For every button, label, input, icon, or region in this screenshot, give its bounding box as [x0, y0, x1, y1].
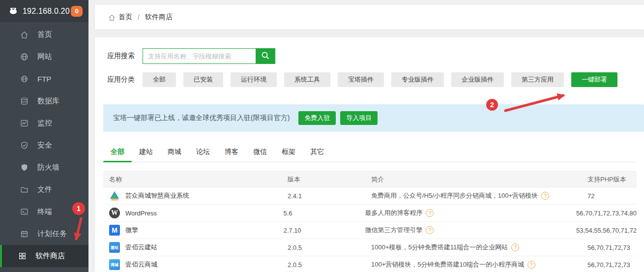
app-name: WordPress: [125, 210, 157, 217]
search-icon: [261, 51, 270, 61]
app-version: 2.4.1: [288, 192, 371, 200]
apps-table: 名称 版本 简介 支持PHP版本 芸众商城智慧商业系统 2.4.1 免费商用，公…: [103, 171, 637, 272]
category-all-button[interactable]: 全部: [143, 72, 176, 87]
table-row[interactable]: W WordPress 5.6 最多人用的博客程序 ? 56,70,71,72,…: [103, 205, 637, 222]
globe-icon: [20, 53, 29, 61]
sidebar-nav: 首页 网站 FTP 数据库 监控 安全 防火墙 文件: [0, 22, 88, 267]
sidebar-item-monitor[interactable]: 监控: [0, 112, 88, 134]
sidebar-item-firewall[interactable]: 防火墙: [0, 156, 88, 179]
sidebar-item-security[interactable]: 安全: [0, 134, 88, 156]
tab-blog[interactable]: 博客: [217, 142, 246, 162]
tab-other[interactable]: 其它: [303, 142, 331, 162]
terminal-icon: [20, 208, 29, 216]
sidebar-item-database[interactable]: 数据库: [0, 90, 88, 112]
notice-text: 宝塔一键部署已上线，诚邀全球优秀项目入驻(限项目官方): [113, 114, 290, 122]
yibaiyun-site-logo-icon: 建站: [109, 242, 120, 253]
app-php-versions: 53,54,55,56,70,71,72: [576, 227, 637, 234]
sidebar-item-ftp[interactable]: FTP: [0, 68, 88, 90]
sidebar-item-website[interactable]: 网站: [0, 46, 88, 68]
search-input[interactable]: [143, 48, 256, 64]
shield-check-icon: [20, 141, 29, 150]
category-thirdparty-button[interactable]: 第三方应用: [511, 72, 564, 87]
tab-all[interactable]: 全部: [103, 142, 132, 162]
sidebar-item-label: 首页: [37, 30, 52, 39]
sidebar-item-label: FTP: [37, 75, 51, 83]
baota-logo-icon: [8, 6, 19, 17]
app-php-versions: 56,70,71,72,73: [587, 261, 637, 269]
calendar-icon: [20, 230, 29, 239]
sidebar-item-cron[interactable]: 计划任务: [0, 223, 88, 245]
tab-framework[interactable]: 框架: [274, 142, 303, 162]
category-installed-button[interactable]: 已安装: [183, 72, 223, 87]
app-php-versions: 56,70,71,72,73: [587, 244, 637, 251]
app-desc: 最多人用的博客程序: [365, 209, 422, 217]
tab-mall[interactable]: 商城: [160, 142, 189, 162]
import-project-button[interactable]: 导入项目: [340, 111, 378, 125]
app-category-row: 应用分类 全部 已安装 运行环境 系统工具 宝塔插件 专业版插件 企业版插件 第…: [95, 72, 644, 87]
sidebar-item-label: 安全: [37, 141, 52, 150]
app-name: 壹佰云商城: [125, 260, 157, 269]
sidebar-item-label: 防火墙: [37, 163, 59, 172]
column-header-name: 名称: [103, 175, 288, 184]
one-click-deploy-button[interactable]: 一键部署: [571, 72, 617, 87]
help-icon[interactable]: ?: [511, 243, 519, 251]
app-desc: 100+营销模块，5分钟免费搭建10端合一的小程序商城: [371, 260, 524, 269]
help-icon[interactable]: ?: [426, 209, 434, 217]
weiqin-logo-icon: M: [109, 225, 120, 236]
breadcrumb-home-link[interactable]: 首页: [118, 13, 132, 22]
sidebar-item-label: 网站: [37, 52, 52, 61]
search-label: 应用搜索: [107, 52, 143, 60]
app-desc: 1000+模板，5分钟免费搭建11端合一的企业网站: [371, 243, 508, 252]
column-header-desc: 简介: [371, 175, 587, 184]
help-icon[interactable]: ?: [426, 226, 434, 234]
panel-header: 192.168.0.20 0: [0, 0, 88, 22]
message-count-badge[interactable]: 0: [71, 6, 83, 17]
category-pro-plugin-button[interactable]: 专业版插件: [391, 72, 444, 87]
app-desc: 免费商用，公众号/H5/小程序同步分销商城，100+营销模块: [371, 191, 538, 200]
category-label: 应用分类: [107, 75, 143, 84]
app-php-versions: 56,70,71,72,73,74,80: [576, 210, 637, 217]
sidebar-item-terminal[interactable]: 终端: [0, 201, 88, 223]
app-name: 芸众商城智慧商业系统: [125, 191, 189, 200]
search-button[interactable]: [256, 48, 275, 64]
deploy-notice-banner: 宝塔一键部署已上线，诚邀全球优秀项目入驻(限项目官方) 免费入驻 导入项目: [103, 104, 644, 132]
yibaiyun-mall-logo-icon: 商城: [109, 259, 120, 270]
help-icon[interactable]: ?: [527, 261, 535, 269]
column-header-version: 版本: [288, 175, 371, 184]
category-ent-plugin-button[interactable]: 企业版插件: [451, 72, 504, 87]
app-version: 5.6: [283, 210, 365, 217]
grid-icon: [18, 252, 27, 261]
table-row[interactable]: 商城 壹佰云商城 2.0.5 100+营销模块，5分钟免费搭建10端合一的小程序…: [103, 256, 637, 272]
monitor-chart-icon: [20, 119, 29, 128]
help-icon[interactable]: ?: [541, 192, 549, 200]
sidebar-item-files[interactable]: 文件: [0, 179, 88, 201]
table-row[interactable]: 芸众商城智慧商业系统 2.4.1 免费商用，公众号/H5/小程序同步分销商城，1…: [103, 187, 637, 205]
sidebar-item-appstore[interactable]: 软件商店: [0, 245, 88, 267]
sidebar-item-home[interactable]: 首页: [0, 24, 88, 46]
yunzhong-logo-icon: [109, 190, 120, 201]
sidebar-item-label: 软件商店: [35, 251, 65, 261]
free-join-button[interactable]: 免费入驻: [298, 111, 336, 125]
sidebar-item-label: 终端: [37, 207, 52, 216]
sidebar-item-label: 计划任务: [37, 229, 67, 239]
sidebar-item-label: 文件: [37, 185, 52, 194]
tab-sitebuild[interactable]: 建站: [132, 142, 160, 162]
category-runtime-button[interactable]: 运行环境: [231, 72, 277, 87]
database-icon: [20, 97, 29, 106]
category-btplugin-button[interactable]: 宝塔插件: [338, 72, 384, 87]
app-version: 2.7.10: [283, 227, 365, 234]
breadcrumb: 首页 / 软件商店: [95, 5, 644, 30]
app-name: 壹佰云建站: [125, 243, 157, 252]
table-row[interactable]: M 微擎 2.7.10 微信第三方管理引擎 ? 53,54,55,56,70,7…: [103, 222, 637, 239]
tab-wechat[interactable]: 微信: [246, 142, 274, 162]
app-version: 2.0.5: [288, 244, 371, 251]
sidebar-item-label: 数据库: [37, 96, 59, 106]
folder-icon: [20, 185, 29, 194]
sidebar: 192.168.0.20 0 首页 网站 FTP 数据库 监控 安全: [0, 0, 88, 272]
table-row[interactable]: 建站 壹佰云建站 2.0.5 1000+模板，5分钟免费搭建11端合一的企业网站…: [103, 239, 637, 256]
home-icon: [108, 13, 116, 21]
tab-forum[interactable]: 论坛: [189, 142, 217, 162]
category-systools-button[interactable]: 系统工具: [284, 72, 330, 87]
table-header: 名称 版本 简介 支持PHP版本: [103, 171, 637, 187]
search-group: [143, 48, 275, 64]
